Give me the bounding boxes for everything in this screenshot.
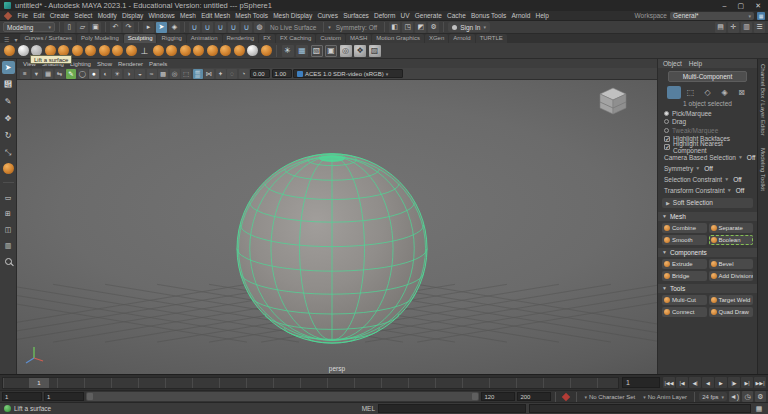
menu-item[interactable]: Edit xyxy=(31,12,47,19)
shelf-tab[interactable]: Animation xyxy=(187,34,222,43)
shelf-tab[interactable]: TURTLE xyxy=(476,34,507,43)
sculpt-texture-icon[interactable]: ▨ xyxy=(369,45,381,57)
select-tool-icon[interactable]: ➤ xyxy=(2,61,15,74)
paint-select-tool-icon[interactable]: ✎ xyxy=(2,95,15,108)
scale-tool-icon[interactable]: ⤡ xyxy=(2,146,15,159)
2d-pan-zoom-icon[interactable]: ⇆ xyxy=(55,69,65,79)
play-backwards-button[interactable]: ◀ xyxy=(702,377,714,388)
animation-end-field[interactable]: 200 xyxy=(517,392,551,401)
make-live-icon[interactable]: ◍ xyxy=(254,22,265,33)
section-header-components[interactable]: ▼ Components xyxy=(658,248,757,257)
sculpt-freeze-select-icon[interactable] xyxy=(261,45,272,56)
shelf-tab[interactable]: Sculpting xyxy=(124,34,157,43)
channel-box-toggle-icon[interactable]: ☰ xyxy=(754,22,765,33)
playhead[interactable]: 1 xyxy=(29,378,49,388)
menu-item[interactable]: Create xyxy=(47,12,72,19)
modeling-toolkit-toggle-icon[interactable]: ✛ xyxy=(728,22,739,33)
render-view-icon[interactable]: ◧ xyxy=(389,22,400,33)
fps-dropdown[interactable]: 24 fps ▾ xyxy=(699,392,727,401)
toolkit-dropdown-row[interactable]: Symmetry ▼ Off xyxy=(658,163,757,174)
xray-joints-icon[interactable]: ⋈ xyxy=(204,69,214,79)
toolkit-button[interactable]: Quad Draw xyxy=(709,307,754,317)
face-mode-icon[interactable]: ◈ xyxy=(718,86,732,99)
select-hierarchy-icon[interactable]: ▸ xyxy=(143,22,154,33)
shelf-tab[interactable]: XGen xyxy=(425,34,448,43)
xray-icon[interactable]: ▒ xyxy=(193,69,203,79)
rotate-tool-icon[interactable]: ↻ xyxy=(2,129,15,142)
toolkit-button[interactable]: Connect xyxy=(662,307,707,317)
menu-item[interactable]: Help xyxy=(533,12,552,19)
redo-icon[interactable]: ↷ xyxy=(123,22,134,33)
sculpt-frame-icon[interactable]: ▣ xyxy=(325,45,337,57)
animation-preferences-icon[interactable]: ⚙ xyxy=(755,391,766,402)
menu-item[interactable]: Mesh xyxy=(177,12,198,19)
undo-icon[interactable]: ↶ xyxy=(110,22,121,33)
snap-to-grid-icon[interactable]: ∪ xyxy=(189,22,200,33)
exposure-field[interactable]: 0.00 xyxy=(250,69,270,78)
tab-modeling-toolkit[interactable]: Modeling Toolkit xyxy=(760,148,766,191)
sculpt-repeat-icon[interactable] xyxy=(126,45,137,56)
toolkit-dropdown-row[interactable]: Selection Constraint ▼ Off xyxy=(658,174,757,185)
sculpt-freeze-icon[interactable] xyxy=(247,45,258,56)
section-header-mesh[interactable]: ▼ Mesh xyxy=(658,212,757,221)
panel-menu-item[interactable]: Renderer xyxy=(115,61,146,67)
layout-single-pane-icon[interactable]: ▭ xyxy=(2,191,15,204)
shelf-tab[interactable]: Curves / Surfaces xyxy=(20,34,76,43)
soft-selection-header[interactable]: ▶ Soft Selection xyxy=(662,198,753,208)
select-object-icon[interactable]: ➤ xyxy=(156,22,167,33)
sculpt-mask-icon[interactable]: ◎ xyxy=(340,45,352,57)
menu-item[interactable]: Mesh Display xyxy=(271,12,315,19)
zoom-tool-icon[interactable] xyxy=(5,258,12,265)
toolkit-button[interactable]: Multi-Cut xyxy=(662,295,707,305)
isolate-select-icon[interactable]: ⬚ xyxy=(181,69,191,79)
toolkit-button[interactable]: Target Weld xyxy=(709,295,754,305)
menu-item[interactable]: Generate xyxy=(412,12,444,19)
shelf-tab[interactable]: Custom xyxy=(316,34,345,43)
screen-space-ao-icon[interactable]: ◒ xyxy=(135,69,145,79)
textured-mode-icon[interactable]: ◐ xyxy=(101,69,111,79)
tab-channel-box[interactable]: Channel Box / Layer Editor xyxy=(760,64,766,136)
character-set-dropdown[interactable]: ▾ No Character Set xyxy=(581,394,638,400)
select-component-icon[interactable]: ◈ xyxy=(169,22,180,33)
shelf-tab[interactable]: Poly Modeling xyxy=(77,34,123,43)
menu-item[interactable]: Curves xyxy=(315,12,341,19)
toolkit-dropdown-row[interactable]: Transform Constraint ▼ Off xyxy=(658,185,757,196)
depth-of-field-icon[interactable]: ◎ xyxy=(170,69,180,79)
radio-row[interactable]: Drag xyxy=(658,118,757,127)
toolkit-button[interactable]: Separate xyxy=(709,223,754,233)
menu-item[interactable]: Deform xyxy=(371,12,398,19)
toolkit-button[interactable]: Combine xyxy=(662,223,707,233)
toolkit-menu-item[interactable]: Help xyxy=(689,60,702,67)
sculpt-stamp-icon[interactable]: ❖ xyxy=(354,45,366,57)
radio-row[interactable]: Pick/Marquee xyxy=(658,109,757,118)
shelf-tab[interactable]: Arnold xyxy=(449,34,474,43)
panel-menu-item[interactable]: Show xyxy=(94,61,115,67)
sculpt-spray-icon[interactable] xyxy=(112,45,123,56)
menu-item[interactable]: Windows xyxy=(146,12,178,19)
multisample-aa-icon[interactable]: ▩ xyxy=(158,69,168,79)
colorspace-dropdown[interactable]: ACES 1.0 SDR-video (sRGB) ▾ xyxy=(293,69,403,78)
script-editor-icon[interactable]: ▦ xyxy=(754,404,764,414)
save-scene-icon[interactable]: ▣ xyxy=(90,22,101,33)
sculpt-amplify-icon[interactable] xyxy=(234,45,245,56)
mel-toggle[interactable]: MEL xyxy=(362,405,375,412)
bookmarks-icon[interactable]: ▾ xyxy=(32,69,42,79)
radio-row[interactable]: Tweak/Marquee xyxy=(658,126,757,135)
menu-item[interactable]: Display xyxy=(119,12,146,19)
shaded-mode-icon[interactable]: ● xyxy=(89,69,99,79)
exposure-icon[interactable]: ◔ xyxy=(239,69,249,79)
playback-end-field[interactable]: 120 xyxy=(481,392,515,401)
section-header-tools[interactable]: ▼ Tools xyxy=(658,284,757,293)
shelf-menu-icon[interactable]: ☰ xyxy=(2,36,11,43)
shelf-tab[interactable]: FX Caching xyxy=(276,34,315,43)
minimize-button[interactable]: – xyxy=(723,2,727,10)
layout-two-pane-icon[interactable]: ◫ xyxy=(2,223,15,236)
view-cube[interactable] xyxy=(595,86,631,116)
sculpt-falloff-icon[interactable]: ▦ xyxy=(296,45,308,57)
menu-item[interactable]: Mesh Tools xyxy=(233,12,271,19)
anim-layer-dropdown[interactable]: ▾ No Anim Layer xyxy=(640,394,690,400)
workspace-switch-icon[interactable]: ▦ xyxy=(757,12,765,20)
lasso-tool-icon[interactable]: ὎ xyxy=(2,78,15,91)
shelf-tab[interactable]: Motion Graphics xyxy=(372,34,424,43)
sculpt-scrape-icon[interactable] xyxy=(166,45,177,56)
